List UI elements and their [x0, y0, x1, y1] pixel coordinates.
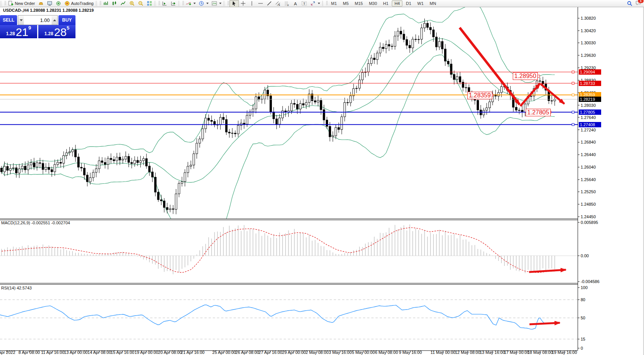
- candlestick[interactable]: [13, 168, 14, 169]
- timeframe-h4-button[interactable]: H4: [392, 0, 402, 6]
- candlestick[interactable]: [332, 136, 334, 137]
- cursor-button[interactable]: [229, 0, 239, 7]
- candlestick[interactable]: [143, 159, 145, 161]
- candlestick[interactable]: [178, 183, 180, 194]
- main-chart-panel[interactable]: [0, 5, 578, 241]
- candlestick[interactable]: [483, 110, 485, 115]
- auto-scroll-button[interactable]: [160, 0, 169, 7]
- candlestick[interactable]: [39, 163, 41, 164]
- candlestick[interactable]: [515, 107, 517, 110]
- candlestick[interactable]: [166, 208, 168, 210]
- candlestick[interactable]: [69, 152, 71, 153]
- candlestick[interactable]: [518, 110, 520, 111]
- candlestick[interactable]: [3, 166, 5, 172]
- candlestick[interactable]: [131, 163, 133, 164]
- candlestick[interactable]: [447, 61, 449, 64]
- candlestick[interactable]: [101, 161, 103, 162]
- candlestick[interactable]: [243, 123, 245, 124]
- candlestick[interactable]: [223, 117, 225, 120]
- candlestick[interactable]: [486, 108, 488, 110]
- zoom-out-button[interactable]: [137, 0, 145, 7]
- arrows-button[interactable]: [309, 0, 322, 7]
- fibonacci-button[interactable]: F: [283, 0, 291, 7]
- candlestick[interactable]: [453, 74, 455, 80]
- chevron-down-icon[interactable]: [219, 3, 221, 4]
- volume-decrease-button[interactable]: [18, 16, 24, 25]
- chart-shift-button[interactable]: [169, 0, 178, 7]
- candlestick[interactable]: [66, 153, 68, 155]
- candlestick[interactable]: [368, 64, 369, 72]
- candlestick[interactable]: [169, 209, 171, 210]
- terminal-button[interactable]: [45, 0, 54, 7]
- candlestick[interactable]: [421, 28, 423, 39]
- timeframe-m30-button[interactable]: M30: [366, 0, 380, 6]
- candlestick[interactable]: [441, 41, 443, 49]
- candlestick[interactable]: [291, 103, 292, 111]
- candlestick[interactable]: [329, 126, 331, 137]
- candlestick[interactable]: [160, 200, 162, 201]
- candlestick[interactable]: [373, 58, 375, 59]
- candlestick[interactable]: [489, 102, 491, 108]
- candlestick[interactable]: [347, 102, 349, 103]
- price-annotation-box[interactable]: 1.27805: [526, 109, 551, 116]
- candlestick[interactable]: [376, 53, 378, 59]
- candlestick[interactable]: [151, 172, 153, 177]
- candlestick[interactable]: [551, 101, 553, 101]
- timeframe-m1-button[interactable]: M1: [328, 0, 339, 6]
- candlestick[interactable]: [323, 110, 325, 120]
- candlestick[interactable]: [477, 100, 479, 110]
- candlestick[interactable]: [231, 133, 233, 133]
- candlestick[interactable]: [276, 119, 278, 124]
- candlestick[interactable]: [205, 118, 207, 129]
- candlestick[interactable]: [539, 81, 541, 81]
- candlestick[interactable]: [220, 117, 221, 125]
- toolbar-drag-handle[interactable]: [228, 1, 229, 6]
- candlestick[interactable]: [163, 201, 165, 207]
- level-handle[interactable]: [572, 82, 574, 84]
- tile-windows-button[interactable]: [145, 0, 154, 7]
- candlestick[interactable]: [86, 175, 88, 182]
- price-annotation-box[interactable]: 1.28359: [467, 92, 492, 99]
- candlestick[interactable]: [6, 166, 8, 170]
- candlestick-chart-button[interactable]: [110, 0, 119, 7]
- candlestick[interactable]: [255, 97, 257, 109]
- candlestick[interactable]: [208, 118, 210, 120]
- price-annotation-box[interactable]: 1.28950: [513, 72, 538, 80]
- candlestick[interactable]: [430, 27, 432, 30]
- candlestick[interactable]: [190, 165, 192, 166]
- candlestick[interactable]: [338, 128, 340, 130]
- candlestick[interactable]: [400, 31, 402, 34]
- candlestick[interactable]: [116, 157, 118, 161]
- candlestick[interactable]: [320, 100, 322, 110]
- level-handle[interactable]: [572, 111, 574, 113]
- candlestick[interactable]: [252, 109, 254, 112]
- candlestick[interactable]: [388, 44, 390, 46]
- candlestick[interactable]: [57, 162, 59, 164]
- candlestick[interactable]: [462, 82, 464, 88]
- candlestick[interactable]: [196, 143, 198, 154]
- candlestick[interactable]: [234, 133, 236, 134]
- horizontal-line-button[interactable]: [256, 0, 265, 7]
- toolbar-drag-handle[interactable]: [159, 1, 160, 6]
- trend-arrow[interactable]: [529, 323, 560, 324]
- candlestick[interactable]: [80, 167, 82, 168]
- autotrading-button[interactable]: AutoTrading: [63, 0, 95, 7]
- candlestick[interactable]: [356, 88, 358, 89]
- vertical-line-button[interactable]: [248, 0, 256, 7]
- candlestick[interactable]: [418, 39, 419, 40]
- toolbar-drag-handle[interactable]: [182, 1, 184, 6]
- candlestick[interactable]: [30, 163, 32, 165]
- macd-panel[interactable]: [0, 224, 578, 274]
- timeframe-h1-button[interactable]: H1: [380, 0, 391, 6]
- candlestick[interactable]: [498, 92, 499, 96]
- candlestick[interactable]: [305, 102, 307, 105]
- text-button[interactable]: A: [291, 0, 300, 7]
- candlestick[interactable]: [1, 168, 3, 172]
- candlestick[interactable]: [246, 115, 248, 124]
- candlestick[interactable]: [294, 103, 295, 104]
- candlestick[interactable]: [314, 101, 316, 102]
- candlestick[interactable]: [90, 178, 91, 182]
- candlestick[interactable]: [326, 120, 328, 127]
- zoom-in-button[interactable]: [128, 0, 137, 7]
- market-depth-button[interactable]: [36, 0, 45, 7]
